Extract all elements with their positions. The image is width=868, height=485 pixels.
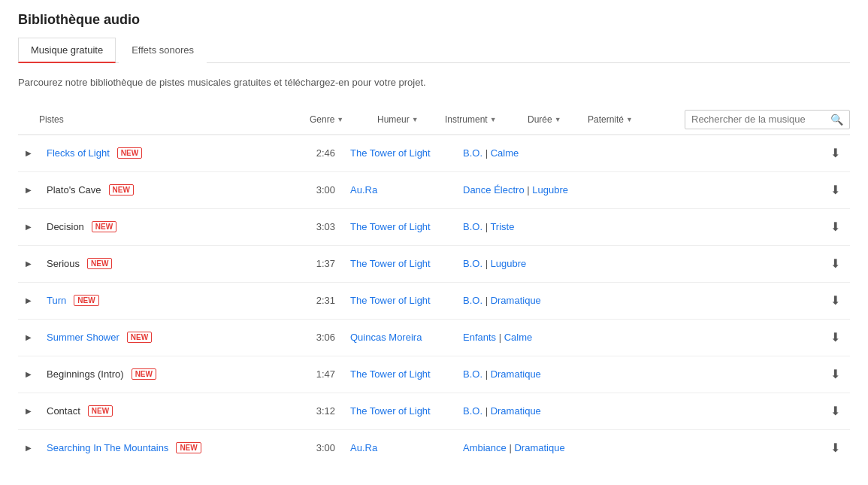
- new-badge: NEW: [127, 332, 152, 343]
- play-button[interactable]: ▶: [18, 401, 39, 422]
- track-name[interactable]: Summer Shower: [47, 332, 119, 343]
- play-button[interactable]: ▶: [18, 327, 39, 348]
- play-icon: ▶: [26, 149, 32, 157]
- play-icon: ▶: [26, 296, 32, 305]
- download-button[interactable]: ⬇: [820, 293, 850, 308]
- track-name[interactable]: Searching In The Mountains: [47, 442, 168, 453]
- track-name[interactable]: Contact: [47, 405, 80, 417]
- tag-separator: |: [485, 295, 491, 306]
- track-instrument: Au.Ra: [350, 184, 463, 196]
- tag1-link[interactable]: B.O.: [463, 405, 482, 417]
- duree-chevron-icon: ▼: [555, 116, 561, 123]
- tag1-link[interactable]: B.O.: [463, 258, 482, 269]
- play-button[interactable]: ▶: [18, 180, 39, 201]
- download-button[interactable]: ⬇: [820, 183, 850, 197]
- instrument-link[interactable]: Quincas Moreira: [350, 332, 422, 343]
- instrument-link[interactable]: The Tower of Light: [350, 405, 431, 417]
- track-name[interactable]: Decision: [47, 221, 84, 232]
- table-row: ▶ Flecks of Light NEW 2:46 The Tower of …: [18, 135, 850, 172]
- instrument-chevron-icon: ▼: [490, 116, 497, 123]
- track-name[interactable]: Plato's Cave: [47, 184, 101, 196]
- track-name-col: ▶ Summer Shower NEW: [18, 327, 283, 348]
- track-name[interactable]: Flecks of Light: [47, 147, 110, 159]
- download-button[interactable]: ⬇: [820, 330, 850, 344]
- download-icon: ⬇: [830, 293, 840, 308]
- table-row: ▶ Decision NEW 3:03 The Tower of Light B…: [18, 209, 850, 246]
- duree-filter-button[interactable]: Durée ▼: [522, 114, 582, 125]
- tag1-link[interactable]: B.O.: [463, 368, 482, 380]
- new-badge: NEW: [88, 405, 113, 417]
- tag2-link[interactable]: Lugubre: [491, 258, 527, 269]
- download-button[interactable]: ⬇: [820, 367, 850, 381]
- track-name-col: ▶ Searching In The Mountains NEW: [18, 438, 283, 459]
- tag2-link[interactable]: Calme: [504, 332, 533, 343]
- play-button[interactable]: ▶: [18, 217, 39, 238]
- play-icon: ▶: [26, 444, 32, 452]
- tag2-link[interactable]: Calme: [491, 147, 519, 159]
- tag2-link[interactable]: Lugubre: [532, 184, 568, 196]
- track-duration: 3:12: [283, 405, 350, 417]
- instrument-link[interactable]: The Tower of Light: [350, 295, 431, 306]
- tag2-link[interactable]: Dramatique: [491, 368, 541, 380]
- track-duration: 2:46: [283, 147, 350, 159]
- track-name[interactable]: Turn: [47, 295, 66, 306]
- tab-musique-gratuite[interactable]: Musique gratuite: [18, 38, 116, 63]
- play-button[interactable]: ▶: [18, 364, 39, 385]
- track-instrument: The Tower of Light: [350, 258, 463, 269]
- play-button[interactable]: ▶: [18, 290, 39, 311]
- tag1-link[interactable]: B.O.: [463, 295, 482, 306]
- download-icon: ⬇: [830, 183, 840, 197]
- play-icon: ▶: [26, 259, 32, 268]
- tag1-link[interactable]: B.O.: [463, 221, 482, 232]
- filters-row: Pistes Genre ▼ Humeur ▼ Instrument ▼ Dur…: [18, 105, 850, 135]
- download-button[interactable]: ⬇: [820, 441, 850, 455]
- tab-effets-sonores[interactable]: Effets sonores: [119, 38, 207, 63]
- table-row: ▶ Turn NEW 2:31 The Tower of Light B.O. …: [18, 283, 850, 320]
- genre-filter-button[interactable]: Genre ▼: [304, 114, 371, 125]
- track-tags: B.O. | Triste: [463, 221, 820, 232]
- tag1-link[interactable]: B.O.: [463, 147, 482, 159]
- download-button[interactable]: ⬇: [820, 220, 850, 234]
- tag-separator: |: [485, 405, 491, 417]
- track-instrument: Au.Ra: [350, 442, 463, 453]
- new-badge: NEW: [87, 258, 112, 269]
- instrument-link[interactable]: The Tower of Light: [350, 221, 431, 232]
- play-button[interactable]: ▶: [18, 253, 39, 274]
- instrument-link[interactable]: Au.Ra: [350, 184, 377, 196]
- instrument-link[interactable]: The Tower of Light: [350, 147, 431, 159]
- track-instrument: The Tower of Light: [350, 147, 463, 159]
- tag1-link[interactable]: Ambiance: [463, 442, 507, 453]
- play-button[interactable]: ▶: [18, 143, 39, 164]
- instrument-link[interactable]: The Tower of Light: [350, 258, 431, 269]
- download-icon: ⬇: [830, 146, 840, 160]
- table-row: ▶ Summer Shower NEW 3:06 Quincas Moreira…: [18, 320, 850, 356]
- tag1-link[interactable]: Enfants: [463, 332, 496, 343]
- download-button[interactable]: ⬇: [820, 146, 850, 160]
- track-name-col: ▶ Flecks of Light NEW: [18, 143, 283, 164]
- download-icon: ⬇: [830, 220, 840, 234]
- track-name[interactable]: Beginnings (Intro): [47, 368, 124, 380]
- instrument-link[interactable]: Au.Ra: [350, 442, 377, 453]
- tag2-link[interactable]: Dramatique: [514, 442, 564, 453]
- instrument-link[interactable]: The Tower of Light: [350, 368, 431, 380]
- download-button[interactable]: ⬇: [820, 256, 850, 271]
- table-row: ▶ Plato's Cave NEW 3:00 Au.Ra Dance Élec…: [18, 172, 850, 209]
- track-name[interactable]: Serious: [47, 258, 80, 269]
- paternite-filter-button[interactable]: Paternité ▼: [582, 114, 664, 125]
- instrument-filter-button[interactable]: Instrument ▼: [439, 114, 522, 125]
- download-button[interactable]: ⬇: [820, 404, 850, 418]
- tag2-link[interactable]: Dramatique: [491, 295, 541, 306]
- tag1-link[interactable]: Dance Électro: [463, 184, 525, 196]
- tag2-link[interactable]: Dramatique: [491, 405, 541, 417]
- genre-chevron-icon: ▼: [337, 116, 343, 123]
- tag-separator: |: [485, 368, 491, 380]
- track-duration: 3:06: [283, 332, 350, 343]
- track-duration: 2:31: [283, 295, 350, 306]
- play-button[interactable]: ▶: [18, 438, 39, 459]
- tag2-link[interactable]: Triste: [490, 221, 514, 232]
- track-tags: Dance Électro | Lugubre: [463, 184, 820, 196]
- track-name-col: ▶ Beginnings (Intro) NEW: [18, 364, 283, 385]
- track-instrument: The Tower of Light: [350, 368, 463, 380]
- humeur-filter-button[interactable]: Humeur ▼: [371, 114, 439, 125]
- search-input[interactable]: [691, 114, 830, 125]
